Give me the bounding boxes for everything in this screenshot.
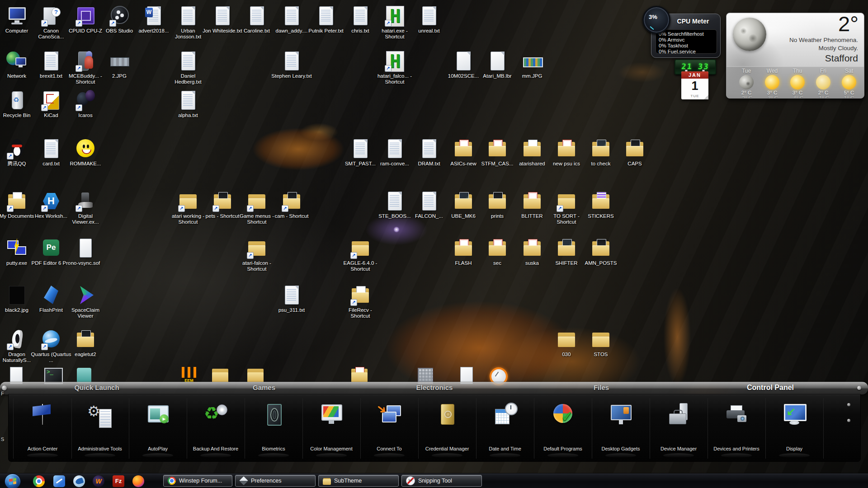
- cpu-process-row: 0% Searchfilterhost: [659, 31, 714, 37]
- desktop-icon-filerecv-shortcut[interactable]: ↗FileRecv - Shortcut: [340, 285, 381, 319]
- desktop-icon-digital-viewer-ex[interactable]: ↗Digital Viewer.ex...: [65, 191, 106, 225]
- folder-pdf-icon: [521, 191, 543, 212]
- folder-pdf-icon: [486, 138, 508, 160]
- icon-reflection: [432, 453, 462, 458]
- dock-tab-games[interactable]: Games: [253, 384, 275, 391]
- dock-handle-left[interactable]: [2, 385, 7, 390]
- cp-item-administrative-tools[interactable]: ⚙Administrative Tools: [71, 398, 129, 459]
- cp-item-backup-and-restore[interactable]: ♻Backup And Restore: [187, 398, 245, 459]
- folder-doc-icon: ↗: [349, 285, 371, 306]
- desktop-icon-unreal-txt[interactable]: unreal.txt: [409, 5, 449, 34]
- chrome-icon[interactable]: [33, 475, 45, 487]
- desktop-icon-atari-falcon-shortcut[interactable]: ↗atari-falcon - Shortcut: [236, 238, 277, 272]
- computer-icon: [6, 5, 28, 27]
- desktop-icon-psu-311-txt[interactable]: psu_311.txt: [271, 285, 312, 313]
- desktop-icon-label: Stephen Leary.txt: [271, 73, 312, 79]
- desktop-icon-label: psu_311.txt: [271, 307, 312, 313]
- desktop-icon-no-vsync-sof[interactable]: no-vsync.sof: [65, 238, 106, 266]
- desktop-icon-spaceclaim-viewer[interactable]: SpaceClaim Viewer: [65, 285, 106, 319]
- icon-reflection: [142, 453, 173, 458]
- calendar-fold-icon: [704, 95, 708, 99]
- desktop-icon-rommake[interactable]: ROMMAKE...: [65, 138, 106, 167]
- digital-clock-time: 21 33: [675, 62, 716, 71]
- textdoc-icon: [384, 191, 406, 212]
- weather-forecast-strip: Tue2° C-2° CWed3° C-3° CThu3° C-4° CFri2…: [726, 66, 864, 98]
- forecast-high-temp: 3° C: [785, 90, 810, 95]
- desktop-icon-label: Digital Viewer.ex...: [65, 213, 106, 225]
- backup-and-restore-icon: ♻: [203, 402, 228, 427]
- folder-icon: ↗: [556, 191, 577, 212]
- shortcut-arrow-icon: ↗: [178, 205, 185, 212]
- greenH-icon: H↗: [384, 51, 406, 72]
- desktop-icon-caps[interactable]: CAPS: [614, 138, 655, 167]
- desktop-icon-stickers[interactable]: STICKERS: [580, 191, 621, 219]
- dock-handle-right[interactable]: [857, 386, 861, 390]
- shortcut-arrow-icon: ↗: [75, 20, 82, 27]
- purple-media-app-icon[interactable]: W: [93, 475, 104, 487]
- cp-item-default-programs[interactable]: ✓Default Programs: [534, 398, 592, 459]
- desktop-icon-label: mm.JPG: [512, 73, 552, 79]
- cp-item-devices-and-printers[interactable]: Devices and Printers: [708, 398, 766, 459]
- desktop-icon-amn-posts[interactable]: AMN_POSTS: [580, 238, 621, 266]
- cp-item-label: AutoPlay: [130, 446, 186, 451]
- desktop-icon-hatari-falco-shortcut[interactable]: H↗hatari_falco... - Shortcut: [374, 51, 415, 85]
- dock-tab-electronics[interactable]: Electronics: [416, 384, 453, 391]
- dock-tab-quick-launch[interactable]: Quick Launch: [74, 384, 119, 391]
- forecast-high-temp: 2° C: [811, 90, 836, 95]
- dock-tab-files[interactable]: Files: [594, 384, 609, 391]
- cp-item-biometrics[interactable]: Biometrics: [245, 398, 303, 459]
- thunderbird-icon[interactable]: [73, 475, 85, 487]
- folder-dark-icon: [75, 329, 96, 351]
- task-button-label: Winstep Forum...: [179, 478, 222, 484]
- desktop-icon-icaros[interactable]: ↗Icaros: [65, 90, 106, 118]
- cp-item-date-and-time[interactable]: Date and Time: [476, 398, 534, 459]
- task-button-snipping-tool[interactable]: ✂Snipping Tool: [401, 475, 482, 487]
- desktop-icon-alpha-txt[interactable]: alpha.txt: [168, 90, 208, 118]
- putty-icon: [6, 238, 28, 259]
- shortcut-arrow-icon: ↗: [350, 252, 357, 259]
- chrome-icon: [168, 477, 176, 485]
- shelf-scroll-dot[interactable]: [847, 419, 850, 422]
- desktop-icon-2-jpg[interactable]: 2.JPG: [99, 51, 140, 79]
- doc-icon: [486, 51, 508, 72]
- desktop-icon-stos[interactable]: STOS: [580, 329, 621, 357]
- calendar-gadget[interactable]: JAN 1 TUE: [681, 71, 708, 99]
- desktop-icon-eagletut2[interactable]: eagletut2: [65, 329, 106, 357]
- black-icon: [6, 285, 28, 306]
- blue-document-app-icon[interactable]: [53, 475, 65, 487]
- filezilla-icon[interactable]: Fz: [113, 475, 124, 487]
- task-button-preferences[interactable]: Preferences: [235, 475, 316, 487]
- desktop-icon-stephen-leary-txt[interactable]: Stephen Leary.txt: [271, 51, 312, 79]
- desktop-icon-mm-jpg[interactable]: mm.JPG: [512, 51, 552, 79]
- shortcut-arrow-icon: ↗: [7, 343, 14, 350]
- firefox-icon[interactable]: [132, 475, 144, 487]
- cp-item-label: Device Manager: [651, 446, 707, 451]
- cp-item-display[interactable]: ↙Display: [765, 398, 824, 459]
- forecast-day-thu: Thu3° C-4° C: [785, 68, 810, 99]
- cp-item-label: Action Center: [14, 446, 71, 451]
- weather-gadget[interactable]: 2° No Weather Phenomena. Mostly Cloudy. …: [726, 13, 864, 99]
- cp-item-device-manager[interactable]: Device Manager: [650, 398, 708, 459]
- cp-item-credential-manager[interactable]: Credential Manager: [418, 398, 476, 459]
- cp-item-desktop-gadgets[interactable]: Desktop Gadgets: [592, 398, 650, 459]
- shortcut-arrow-icon: ↗: [350, 299, 357, 306]
- shortcut-arrow-icon: ↗: [385, 20, 392, 27]
- cp-item-autoplay[interactable]: ▶AutoPlay: [129, 398, 187, 459]
- cp-item-label: Display: [766, 446, 822, 451]
- cpu-gauge-icon[interactable]: 3%: [642, 6, 670, 34]
- desktop-icon-daniel-hedberg-txt[interactable]: Daniel Hedberg.txt: [168, 51, 208, 85]
- desktop-icon-label: SpaceClaim Viewer: [65, 307, 106, 319]
- start-button[interactable]: [5, 474, 21, 488]
- cp-item-color-management[interactable]: Color Management: [302, 398, 361, 459]
- cp-item-connect-to[interactable]: ➜Connect To: [360, 398, 419, 459]
- folder-pdf-icon: [486, 238, 508, 259]
- task-button-winstep-forum[interactable]: Winstep Forum...: [163, 475, 232, 487]
- dock-tab-control-panel[interactable]: Control Panel: [747, 384, 794, 392]
- clipped-label-s: S: [1, 436, 4, 442]
- desktop-icon-cam-shortcut[interactable]: ↗cam - Shortcut: [271, 191, 312, 219]
- task-button-subtheme[interactable]: SubTheme: [318, 475, 399, 487]
- shelf-scroll-dot[interactable]: [847, 403, 850, 406]
- shortcut-arrow-icon: ↗: [7, 153, 14, 160]
- desktop-icon-eagle-6-4-0-shortcut[interactable]: ↗EAGLE-6.4.0 - Shortcut: [340, 238, 381, 272]
- cp-item-action-center[interactable]: Action Center: [13, 398, 72, 459]
